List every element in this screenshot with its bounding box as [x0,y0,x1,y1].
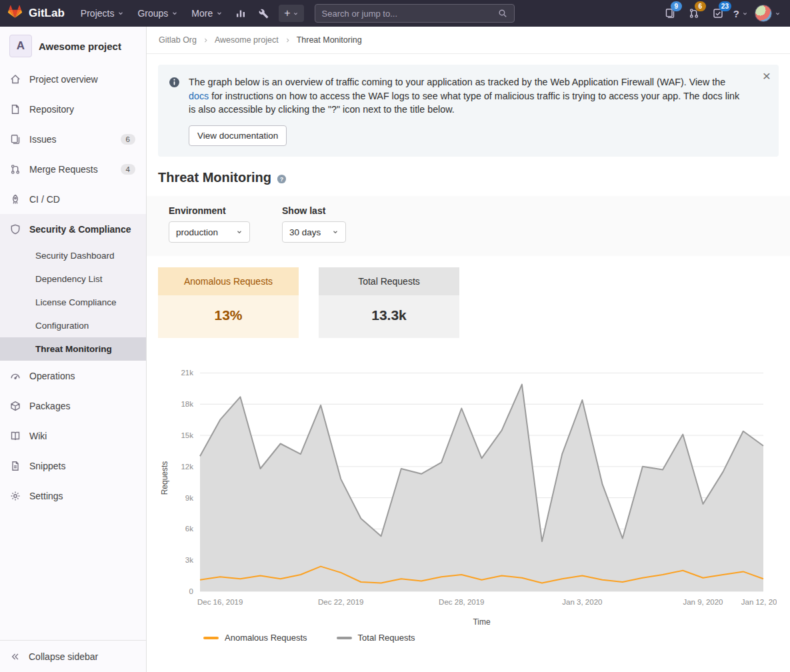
rocket-icon [10,194,21,205]
sidebar-item-wiki[interactable]: Wiki [0,421,146,451]
environment-label: Environment [169,205,250,216]
chevron-down-icon [216,10,223,17]
sidebar-item-label: Repository [29,104,74,115]
admin-area-button[interactable] [253,5,273,22]
svg-text:6k: 6k [185,525,193,533]
sidebar-item-issues[interactable]: Issues 6 [0,124,146,154]
gitlab-logo[interactable]: GitLab [7,5,65,21]
close-icon[interactable]: × [763,69,771,83]
sidebar-item-packages[interactable]: Packages [0,391,146,421]
project-context-header[interactable]: A Awesome project [0,27,146,64]
svg-text:12k: 12k [181,463,193,471]
help-icon: ? [733,8,739,19]
svg-text:Jan 9, 2020: Jan 9, 2020 [683,598,723,606]
gitlab-tanuki-icon [7,5,23,21]
svg-text:18k: 18k [181,400,193,408]
gauge-icon [10,371,21,381]
legend-item-anomalous-requests[interactable]: Anomalous Requests [203,633,307,643]
help-menu-button[interactable]: ? [733,8,748,19]
sidebar-item-label: Security & Compliance [29,224,131,235]
environment-select[interactable]: production [169,221,250,243]
merge-requests-count-button[interactable]: 6 [685,5,703,22]
sidebar-item-label: Settings [29,491,63,501]
alert-text-after: for instructions on how to access the WA… [189,91,739,115]
breadcrumb-group-link[interactable]: Gitlab Org [159,35,197,45]
breadcrumb: Gitlab Org Awesome project Threat Monito… [147,27,790,54]
nav-groups-menu[interactable]: Groups [131,0,185,27]
nav-projects-menu[interactable]: Projects [74,0,131,27]
breadcrumb-project-link[interactable]: Awesome project [215,35,279,45]
sidebar-item-snippets[interactable]: Snippets [0,451,146,481]
sidebar-item-merge-requests[interactable]: Merge Requests 4 [0,154,146,184]
shield-icon [10,224,21,235]
nav-more-menu[interactable]: More [185,0,229,27]
project-avatar: A [9,35,32,57]
waf-info-alert: The graph below is an overview of traffi… [158,65,779,157]
snippet-icon [10,461,21,471]
page-title-row: Threat Monitoring ? [158,170,779,185]
sidebar-subitem-dependency-list[interactable]: Dependency List [0,267,146,291]
chart-legend: Anomalous RequestsTotal Requests [203,633,777,643]
sidebar-item-repository[interactable]: Repository [0,94,146,124]
alert-text-before: The graph below is an overview of traffi… [189,77,725,87]
issues-count-button[interactable]: 9 [661,5,679,22]
sidebar-subitem-threat-monitoring[interactable]: Threat Monitoring [0,337,146,361]
show-last-label: Show last [282,205,346,216]
svg-text:Jan 12, 2020: Jan 12, 2020 [741,598,777,606]
anomalous-requests-value: 13% [158,295,299,338]
sidebar-item-settings[interactable]: Settings [0,481,146,511]
plus-icon: + [284,7,290,19]
chevron-down-icon [236,229,243,235]
book-icon [10,431,21,441]
sidebar-item-project-overview[interactable]: Project overview [0,64,146,94]
new-menu-button[interactable]: + [279,5,303,22]
question-icon[interactable]: ? [277,174,287,184]
sidebar-item-label: Packages [29,401,70,411]
chevron-down-icon [775,11,781,17]
anomalous-requests-card[interactable]: Anomalous Requests 13% [158,267,299,338]
show-last-select[interactable]: 30 days [282,221,346,243]
brand-text: GitLab [29,7,65,20]
sidebar-item-ci-cd[interactable]: CI / CD [0,184,146,214]
sidebar-item-label: Operations [29,371,75,381]
filters-section: Environment production Show last 30 days [147,196,790,256]
merge-requests-count-badge: 6 [695,1,706,11]
environment-value: production [176,227,218,237]
gitlab-app: GitLab Projects Groups More + [0,0,790,672]
sidebar-item-label: Wiki [29,431,47,441]
sidebar-item-label: Issues [29,134,56,145]
sidebar-subitem-license-compliance[interactable]: License Compliance [0,291,146,314]
search-input[interactable] [322,9,498,19]
threat-monitoring-chart: 03k6k9k12k15k18k21kDec 16, 2019Dec 22, 2… [159,357,777,643]
svg-text:0: 0 [189,587,193,595]
package-icon [10,401,21,411]
top-navbar: GitLab Projects Groups More + [0,0,790,27]
legend-label: Anomalous Requests [225,633,307,643]
collapse-sidebar-button[interactable]: Collapse sidebar [0,640,146,672]
user-menu-button[interactable] [755,5,781,22]
legend-item-total-requests[interactable]: Total Requests [337,633,415,643]
svg-text:3k: 3k [185,556,193,564]
sidebar-nav: Project overview Repository Issues 6 Mer… [0,64,146,511]
view-documentation-button[interactable]: View documentation [189,125,287,146]
total-requests-value: 13.3k [319,295,459,338]
svg-text:Time: Time [473,617,491,627]
issues-icon [10,134,21,145]
double-chevron-left-icon [11,652,20,661]
sidebar-item-security-compliance[interactable]: Security & Compliance [0,214,146,244]
analytics-button[interactable] [231,5,251,22]
main-content: Gitlab Org Awesome project Threat Monito… [147,27,790,672]
sidebar-subitem-security-dashboard[interactable]: Security Dashboard [0,244,146,267]
total-requests-card[interactable]: Total Requests 13.3k [319,267,459,338]
breadcrumb-current-page: Threat Monitoring [297,35,362,45]
sidebar-item-label: Merge Requests [29,164,98,175]
sidebar-subitem-configuration[interactable]: Configuration [0,314,146,337]
environment-filter: Environment production [169,205,250,243]
todos-count-button[interactable]: 23 [709,5,727,22]
chevron-down-icon [171,10,178,17]
docs-link[interactable]: docs [189,91,209,101]
sidebar-item-operations[interactable]: Operations [0,361,146,391]
bar-chart-icon [235,8,246,19]
global-search [315,4,515,23]
todos-count-badge: 23 [719,1,731,11]
